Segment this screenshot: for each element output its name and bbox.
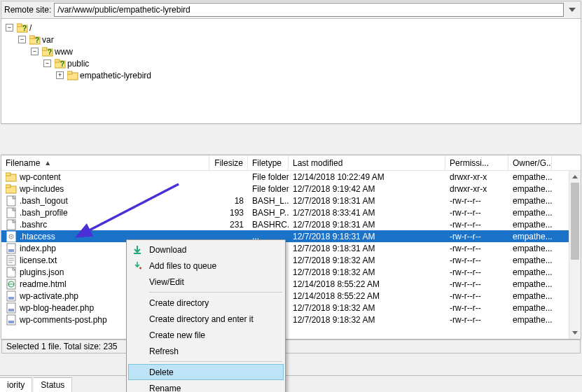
scroll-thumb[interactable] [571, 183, 579, 260]
menu-create-directory-enter[interactable]: Create directory and enter it [128, 311, 284, 327]
folder-icon [6, 172, 17, 183]
expand-toggle[interactable]: − [43, 59, 51, 67]
status-bar: Selected 1 file. Total size: 235 [1, 340, 581, 354]
menu-refresh[interactable]: Refresh [128, 343, 284, 359]
file-modified: 12/7/2018 9:18:31 AM [289, 196, 445, 206]
scroll-up-icon[interactable] [569, 171, 581, 183]
file-owner: empathe... [508, 291, 552, 301]
file-owner: empathe... [508, 315, 552, 325]
file-owner: empathe... [508, 279, 552, 289]
file-name: wp-includes [20, 184, 64, 194]
file-name: wp-content [20, 172, 61, 182]
file-modified: 12/7/2018 9:18:31 AM [289, 244, 445, 253]
file-name: wp-comments-post.php [20, 315, 107, 325]
file-permissions: -rw-r--r-- [445, 232, 508, 241]
file-size: 18 [209, 196, 248, 206]
svg-rect-15 [6, 173, 11, 176]
file-permissions: drwxr-xr-x [445, 172, 508, 182]
menu-create-directory[interactable]: Create directory [128, 295, 284, 311]
svg-rect-35 [8, 297, 14, 300]
file-permissions: -rw-r--r-- [445, 196, 508, 206]
menu-download[interactable]: Download [128, 241, 284, 258]
folder-unknown-icon: ? [42, 47, 53, 57]
remote-path-dropdown[interactable] [567, 4, 578, 15]
svg-rect-7 [42, 48, 47, 50]
svg-rect-4 [29, 36, 34, 38]
file-list-header[interactable]: Filename▲ Filesize Filetype Last modifie… [1, 155, 581, 171]
php-icon [6, 243, 17, 254]
column-modified[interactable]: Last modified [289, 155, 445, 170]
expand-toggle[interactable]: + [56, 71, 64, 79]
file-icon [6, 207, 17, 218]
file-modified: 12/7/2018 9:18:32 AM [289, 303, 445, 313]
tree-node-label: public [67, 59, 89, 69]
annotation-arrow-htaccess [70, 181, 182, 246]
php-icon [6, 314, 17, 326]
expand-toggle[interactable]: − [6, 24, 13, 31]
remote-path-input[interactable] [54, 3, 564, 17]
vertical-scrollbar[interactable] [569, 171, 581, 339]
file-name: index.php [20, 244, 56, 253]
file-owner: empathe... [508, 220, 552, 230]
menu-separator [149, 292, 282, 293]
file-name: .bashrc [20, 220, 47, 230]
menu-view-edit[interactable]: View/Edit [128, 274, 284, 290]
column-permissions[interactable]: Permissi... [445, 155, 508, 170]
tree-root[interactable]: − ? / − ? var − ? www − ? public [6, 22, 576, 81]
file-permissions: -rw-r--r-- [445, 208, 508, 218]
svg-rect-25 [8, 249, 14, 252]
file-owner: empathe... [508, 232, 552, 241]
download-icon [132, 244, 143, 255]
expand-toggle[interactable]: − [18, 36, 26, 43]
folder-icon [6, 183, 17, 195]
file-name: license.txt [20, 255, 57, 265]
folder-icon [67, 71, 78, 80]
file-name: wp-blog-header.php [20, 303, 94, 313]
file-owner: empathe... [508, 184, 552, 194]
menu-add-to-queue[interactable]: Add files to queue [128, 258, 284, 274]
menu-rename[interactable]: Rename [128, 380, 284, 392]
file-name: readme.html [20, 279, 67, 289]
expand-toggle[interactable]: − [31, 48, 39, 55]
file-permissions: -rw-r--r-- [445, 267, 508, 277]
tree-node-label: empathetic-lyrebird [80, 71, 151, 80]
svg-rect-39 [8, 321, 14, 323]
horizontal-splitter[interactable] [1, 124, 581, 155]
file-modified: 1/27/2018 8:33:41 AM [289, 208, 445, 218]
file-icon [6, 267, 17, 278]
column-owner[interactable]: Owner/G... [508, 155, 552, 170]
svg-text:?: ? [48, 48, 52, 56]
menu-delete[interactable]: Delete [128, 364, 284, 380]
file-modified: 12/14/2018 10:22:49 AM [289, 172, 445, 182]
svg-rect-13 [67, 71, 72, 74]
add-queue-icon [132, 260, 143, 272]
svg-rect-17 [6, 185, 11, 188]
file-icon [6, 195, 17, 206]
tab-status[interactable]: Status [34, 377, 72, 392]
file-permissions: -rw-r--r-- [445, 279, 508, 289]
file-size: 193 [209, 208, 248, 218]
svg-line-40 [77, 184, 179, 237]
file-modified: 12/14/2018 8:55:22 AM [289, 279, 445, 289]
gear-icon [6, 231, 17, 242]
file-permissions: -rw-r--r-- [445, 220, 508, 230]
column-filetype[interactable]: Filetype [248, 155, 289, 170]
file-permissions: -rw-r--r-- [445, 255, 508, 265]
remote-tree[interactable]: − ? / − ? var − ? www − ? public [1, 19, 581, 124]
file-type: File folder [248, 172, 289, 182]
file-owner: empathe... [508, 196, 552, 206]
file-icon [6, 219, 17, 230]
txt-icon [6, 255, 17, 266]
tab-priority-clipped[interactable]: iority [0, 377, 32, 392]
column-filesize[interactable]: Filesize [209, 155, 248, 170]
menu-create-new-file[interactable]: Create new file [128, 327, 284, 343]
folder-unknown-icon: ? [29, 35, 41, 45]
file-name: .htaccess [20, 232, 55, 241]
tree-node-label: / [29, 23, 32, 33]
file-type: BASHRC... [248, 220, 289, 230]
html-icon [6, 279, 17, 290]
column-filename[interactable]: Filename▲ [1, 155, 209, 170]
svg-rect-10 [55, 59, 60, 62]
file-permissions: -rw-r--r-- [445, 315, 508, 325]
scroll-down-icon[interactable] [569, 327, 581, 339]
